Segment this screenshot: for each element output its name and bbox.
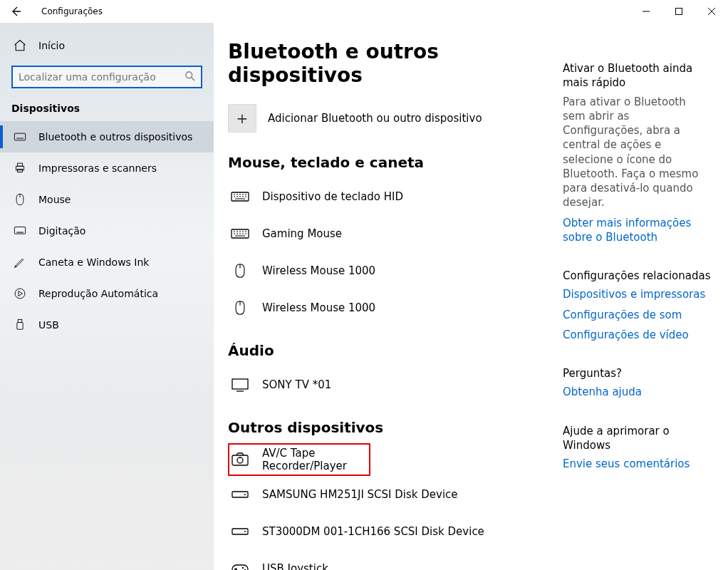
- maximize-button[interactable]: [662, 0, 695, 23]
- gamepad-icon: [231, 559, 249, 570]
- group-title: Outros dispositivos: [228, 419, 563, 436]
- aside-link[interactable]: Obter mais informações sobre o Bluetooth: [563, 216, 711, 245]
- printer-icon: [13, 161, 27, 175]
- sidebar-item-pen[interactable]: Caneta e Windows Ink: [0, 247, 214, 278]
- plus-icon: +: [228, 104, 256, 133]
- drive-icon: [231, 485, 249, 504]
- device-label: Wireless Mouse 1000: [262, 301, 375, 314]
- sidebar-item-printers[interactable]: Impressoras e scanners: [0, 152, 214, 184]
- device-item[interactable]: Gaming Mouse: [228, 215, 563, 252]
- device-label: ST3000DM 001-1CH166 SCSI Disk Device: [262, 525, 484, 538]
- aside: Ativar o Bluetooth ainda mais rápido Par…: [563, 40, 711, 570]
- sidebar-item-autoplay[interactable]: Reprodução Automática: [0, 278, 214, 309]
- close-button[interactable]: [695, 0, 728, 23]
- usb-icon: [13, 318, 27, 332]
- aside-link[interactable]: Obtenha ajuda: [563, 385, 711, 399]
- device-item[interactable]: ST3000DM 001-1CH166 SCSI Disk Device: [228, 513, 563, 550]
- aside-link[interactable]: Dispositivos e impressoras: [563, 287, 711, 301]
- aside-link[interactable]: Envie seus comentários: [563, 457, 711, 471]
- group-title: Áudio: [228, 342, 563, 359]
- device-item[interactable]: Wireless Mouse 1000: [228, 252, 563, 289]
- window-title: Configurações: [41, 6, 103, 16]
- pen-icon: [13, 255, 27, 269]
- device-item[interactable]: SONY TV *01: [228, 366, 563, 403]
- back-button[interactable]: [6, 1, 26, 21]
- aside-text: Para ativar o Bluetooth sem abrir as Con…: [563, 95, 711, 210]
- group-title: Mouse, teclado e caneta: [228, 154, 563, 171]
- device-label: AV/C Tape Recorder/Player: [262, 447, 369, 472]
- device-item[interactable]: USB Joystick: [228, 550, 563, 570]
- camera-icon: [231, 450, 249, 469]
- device-item[interactable]: Wireless Mouse 1000: [228, 289, 563, 326]
- aside-heading: Ajude a aprimorar o Windows: [563, 424, 711, 453]
- keyboard-icon: [13, 224, 27, 238]
- device-item-highlighted[interactable]: AV/C Tape Recorder/Player: [228, 443, 370, 476]
- sidebar-item-mouse[interactable]: Mouse: [0, 184, 214, 215]
- aside-link[interactable]: Configurações de vídeo: [563, 328, 711, 342]
- bluetooth-icon: [13, 130, 27, 144]
- aside-heading: Ativar o Bluetooth ainda mais rápido: [563, 61, 711, 90]
- drive-icon: [231, 522, 249, 541]
- mouse-icon: [231, 261, 249, 280]
- page-title: Bluetooth e outros dispositivos: [228, 40, 563, 87]
- minimize-button[interactable]: [630, 0, 662, 23]
- keyboard-icon: [231, 224, 249, 243]
- device-label: SONY TV *01: [262, 378, 331, 391]
- device-label: Gaming Mouse: [262, 227, 342, 240]
- device-label: SAMSUNG HM251JI SCSI Disk Device: [262, 488, 458, 501]
- home-button[interactable]: Início: [0, 31, 214, 60]
- device-item[interactable]: SAMSUNG HM251JI SCSI Disk Device: [228, 476, 563, 513]
- add-device-button[interactable]: + Adicionar Bluetooth ou outro dispositi…: [228, 104, 563, 133]
- autoplay-icon: [13, 286, 27, 301]
- device-item[interactable]: Dispositivo de teclado HID: [228, 178, 563, 215]
- keyboard-icon: [231, 187, 249, 206]
- sidebar-item-usb[interactable]: USB: [0, 309, 214, 341]
- sidebar-item-label: Reprodução Automática: [38, 288, 158, 299]
- aside-heading: Configurações relacionadas: [563, 269, 711, 283]
- display-icon: [231, 375, 249, 394]
- sidebar-item-label: Digitação: [38, 225, 85, 237]
- aside-link[interactable]: Configurações de som: [563, 308, 711, 322]
- sidebar-item-label: Impressoras e scanners: [38, 162, 157, 174]
- svg-rect-16: [676, 9, 682, 15]
- main-content: Bluetooth e outros dispositivos + Adicio…: [228, 40, 563, 570]
- sidebar-item-typing[interactable]: Digitação: [0, 215, 214, 247]
- add-device-label: Adicionar Bluetooth ou outro dispositivo: [268, 112, 482, 125]
- titlebar: Configurações: [0, 0, 728, 23]
- sidebar-item-bluetooth[interactable]: Bluetooth e outros dispositivos: [0, 121, 214, 152]
- aside-heading: Perguntas?: [563, 366, 711, 380]
- svg-rect-18: [14, 133, 25, 140]
- sidebar-item-label: Mouse: [38, 194, 71, 205]
- search-input[interactable]: [11, 66, 202, 88]
- home-label: Início: [38, 40, 65, 51]
- mouse-icon: [13, 192, 27, 207]
- device-label: Dispositivo de teclado HID: [262, 190, 403, 203]
- sidebar-item-label: Bluetooth e outros dispositivos: [38, 131, 192, 142]
- home-icon: [13, 38, 27, 53]
- sidebar-section-label: Dispositivos: [0, 97, 214, 121]
- mouse-icon: [231, 299, 249, 317]
- device-label: Wireless Mouse 1000: [262, 264, 375, 277]
- device-label: USB Joystick: [262, 562, 328, 570]
- sidebar: Início Dispositivos Bluetooth e outros d…: [0, 23, 214, 570]
- sidebar-item-label: USB: [38, 319, 59, 331]
- sidebar-item-label: Caneta e Windows Ink: [38, 256, 149, 268]
